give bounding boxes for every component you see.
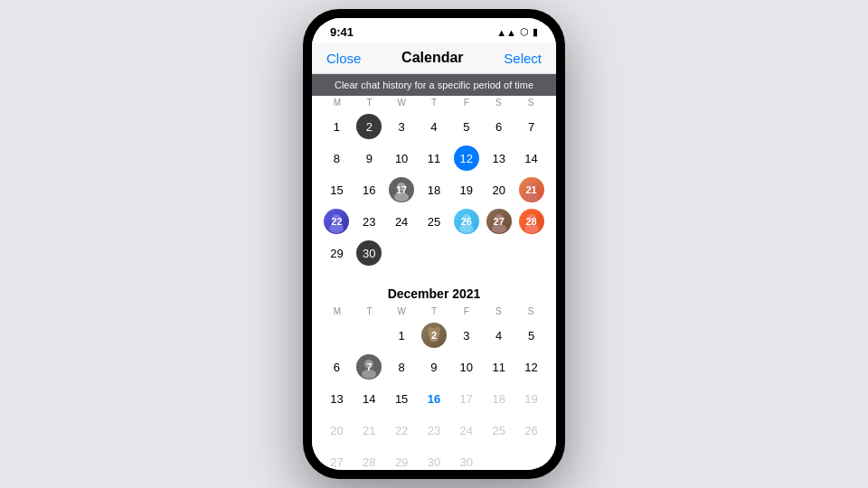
cal-cell[interactable]: 5 bbox=[515, 320, 547, 351]
cal-cell[interactable]: 5 bbox=[450, 111, 482, 142]
dec-day-7-avatar[interactable]: 7 bbox=[356, 354, 382, 380]
cal-cell[interactable]: 27 bbox=[483, 206, 514, 237]
day-19[interactable]: 19 bbox=[454, 177, 479, 202]
dec-day-9[interactable]: 9 bbox=[421, 354, 447, 380]
cal-cell[interactable]: 1 bbox=[386, 320, 418, 351]
cal-cell[interactable]: 9 bbox=[354, 143, 385, 174]
cal-cell[interactable]: 16 bbox=[354, 174, 385, 205]
day-5[interactable]: 5 bbox=[454, 114, 479, 139]
dec-day-11[interactable]: 11 bbox=[486, 354, 512, 380]
dec-day-3[interactable]: 3 bbox=[454, 323, 479, 348]
day-16[interactable]: 16 bbox=[356, 177, 382, 202]
cal-cell[interactable]: 29 bbox=[321, 238, 353, 268]
cal-cell[interactable]: 18 bbox=[419, 174, 450, 205]
cal-cell[interactable]: 4 bbox=[483, 320, 514, 351]
cal-cell[interactable]: 19 bbox=[515, 383, 547, 414]
day-22-avatar[interactable]: 22 bbox=[324, 209, 349, 234]
cal-cell[interactable]: 3 bbox=[386, 111, 418, 142]
cal-cell[interactable]: 7 bbox=[354, 352, 385, 382]
day-4[interactable]: 4 bbox=[421, 114, 447, 139]
day-12[interactable]: 12 bbox=[454, 145, 479, 171]
cal-cell[interactable]: 23 bbox=[354, 206, 385, 237]
calendar-scroll[interactable]: M T W T F S S 1 2 3 4 5 6 7 bbox=[312, 96, 556, 470]
cal-cell[interactable]: 8 bbox=[386, 352, 418, 382]
dec-day-15[interactable]: 15 bbox=[389, 386, 414, 411]
cal-cell[interactable]: 9 bbox=[419, 352, 450, 382]
cal-cell[interactable]: 20 bbox=[483, 174, 514, 205]
dec-day-2-avatar[interactable]: 2 bbox=[421, 323, 447, 348]
day-14[interactable]: 14 bbox=[519, 145, 544, 171]
dec-day-13[interactable]: 13 bbox=[324, 386, 349, 411]
cal-cell[interactable]: 17 bbox=[386, 174, 418, 205]
day-13[interactable]: 13 bbox=[486, 145, 512, 171]
cal-cell-empty bbox=[321, 320, 353, 351]
day-21-avatar[interactable]: 21 bbox=[519, 177, 544, 202]
cal-cell[interactable]: 3 bbox=[450, 320, 482, 351]
select-button[interactable]: Select bbox=[504, 51, 542, 66]
cal-cell[interactable]: 16 bbox=[419, 383, 450, 414]
day-15[interactable]: 15 bbox=[324, 177, 349, 202]
day-24[interactable]: 24 bbox=[389, 209, 414, 234]
cal-cell[interactable]: 15 bbox=[321, 174, 353, 205]
dec-day-6[interactable]: 6 bbox=[324, 354, 349, 380]
cal-cell[interactable]: 8 bbox=[321, 143, 353, 174]
day-9[interactable]: 9 bbox=[356, 145, 382, 171]
cal-cell[interactable]: 12 bbox=[515, 352, 547, 382]
day-2[interactable]: 2 bbox=[356, 114, 382, 139]
cal-cell[interactable]: 7 bbox=[515, 111, 547, 142]
cal-cell[interactable]: 10 bbox=[386, 143, 418, 174]
cal-cell[interactable]: 12 bbox=[450, 143, 482, 174]
cal-cell[interactable]: 19 bbox=[450, 174, 482, 205]
dec-day-1[interactable]: 1 bbox=[389, 323, 414, 348]
cal-cell[interactable]: 4 bbox=[419, 111, 450, 142]
cal-cell[interactable]: 28 bbox=[515, 206, 547, 237]
cal-cell[interactable]: 24 bbox=[386, 206, 418, 237]
day-23[interactable]: 23 bbox=[356, 209, 382, 234]
cal-cell[interactable]: 11 bbox=[419, 143, 450, 174]
dec-day-16[interactable]: 16 bbox=[421, 386, 447, 411]
day-25[interactable]: 25 bbox=[421, 209, 447, 234]
day-20[interactable]: 20 bbox=[486, 177, 512, 202]
day-30[interactable]: 30 bbox=[356, 240, 382, 266]
cal-cell[interactable]: 18 bbox=[483, 383, 514, 414]
day-26-avatar[interactable]: 26 bbox=[454, 209, 479, 234]
day-7[interactable]: 7 bbox=[519, 114, 544, 139]
cal-cell[interactable]: 2 bbox=[354, 111, 385, 142]
day-27-avatar[interactable]: 27 bbox=[486, 209, 512, 234]
day-17-avatar[interactable]: 17 bbox=[389, 177, 414, 202]
day-6[interactable]: 6 bbox=[486, 114, 512, 139]
day-3[interactable]: 3 bbox=[389, 114, 414, 139]
nav-bar: Close Calendar Select bbox=[312, 42, 556, 74]
day-18[interactable]: 18 bbox=[421, 177, 447, 202]
dec-day-8[interactable]: 8 bbox=[389, 354, 414, 380]
cal-cell[interactable]: 15 bbox=[386, 383, 418, 414]
cal-cell[interactable]: 6 bbox=[321, 352, 353, 382]
cal-cell[interactable]: 13 bbox=[483, 143, 514, 174]
cal-cell[interactable]: 1 bbox=[321, 111, 353, 142]
cal-cell[interactable]: 6 bbox=[483, 111, 514, 142]
cal-cell[interactable]: 11 bbox=[483, 352, 514, 382]
day-11[interactable]: 11 bbox=[421, 145, 447, 171]
cal-cell[interactable]: 26 bbox=[450, 206, 482, 237]
cal-cell[interactable]: 14 bbox=[515, 143, 547, 174]
day-8[interactable]: 8 bbox=[324, 145, 349, 171]
cal-cell[interactable]: 14 bbox=[354, 383, 385, 414]
cal-cell[interactable]: 21 bbox=[515, 174, 547, 205]
cal-cell[interactable]: 22 bbox=[321, 206, 353, 237]
dec-day-12[interactable]: 12 bbox=[519, 354, 544, 380]
dec-day-14[interactable]: 14 bbox=[356, 386, 382, 411]
dec-day-4[interactable]: 4 bbox=[486, 323, 512, 348]
cal-cell[interactable]: 30 bbox=[354, 238, 385, 268]
cal-cell[interactable]: 10 bbox=[450, 352, 482, 382]
day-1[interactable]: 1 bbox=[324, 114, 349, 139]
cal-cell[interactable]: 17 bbox=[450, 383, 482, 414]
cal-cell[interactable]: 2 bbox=[419, 320, 450, 351]
dec-day-5[interactable]: 5 bbox=[519, 323, 544, 348]
day-29[interactable]: 29 bbox=[324, 240, 349, 266]
cal-cell[interactable]: 13 bbox=[321, 383, 353, 414]
day-10[interactable]: 10 bbox=[389, 145, 414, 171]
day-28-avatar[interactable]: 28 bbox=[519, 209, 544, 234]
close-button[interactable]: Close bbox=[326, 51, 361, 66]
cal-cell[interactable]: 25 bbox=[419, 206, 450, 237]
dec-day-10[interactable]: 10 bbox=[454, 354, 479, 380]
